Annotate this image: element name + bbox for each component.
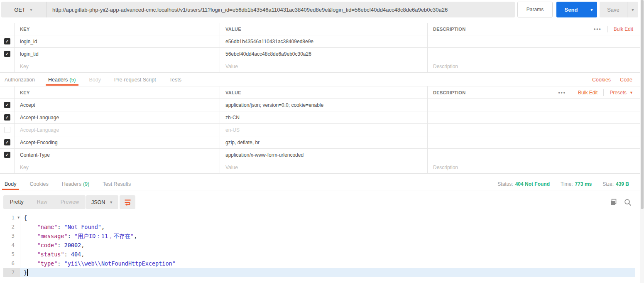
view-mode-raw[interactable]: Raw [30, 195, 54, 209]
response-tool-icons [610, 195, 632, 209]
description-field[interactable] [428, 99, 644, 111]
time-label: Time: [561, 181, 573, 187]
tab-headers[interactable]: Headers(5) [47, 74, 77, 86]
bulk-edit-link[interactable]: Bulk Edit [572, 90, 603, 96]
request-bar: GET ▼ http://api.gitlab-php-yii2-app-adv… [0, 0, 644, 20]
row-checkbox[interactable] [4, 127, 10, 133]
key-field[interactable]: Accept-Language [15, 111, 220, 123]
checkbox-cell: ✓ [0, 48, 15, 60]
kv-placeholder-row: KeyValueDescription [0, 60, 644, 73]
line-number: 4 [3, 241, 20, 250]
checkbox-cell: ✓ [0, 35, 15, 47]
description-field[interactable] [428, 48, 644, 60]
description-label: DESCRIPTION [433, 90, 465, 95]
code-line: 2 "name": "Not Found", [3, 222, 635, 231]
value-field[interactable]: application/x-www-form-urlencoded [220, 149, 428, 161]
kv-row: ✓Content-Typeapplication/x-www-form-urle… [0, 149, 644, 161]
search-icon[interactable] [624, 199, 632, 206]
row-checkbox[interactable]: ✓ [4, 38, 10, 44]
send-button-group: Send ▼ [556, 2, 597, 17]
row-checkbox[interactable]: ✓ [4, 102, 10, 108]
description-field[interactable] [428, 124, 644, 136]
code-token: , [134, 233, 137, 239]
description-field[interactable] [428, 149, 644, 161]
value-column-header: VALUE [220, 23, 428, 35]
url-input[interactable]: http://api.gitlab-php-yii2-app-advanced-… [47, 2, 515, 17]
row-checkbox[interactable]: ✓ [4, 139, 10, 145]
params-button[interactable]: Params [517, 2, 553, 17]
code-link[interactable]: Code [620, 77, 632, 83]
value-field[interactable]: application/json; version=0.0; cookie=en… [220, 99, 428, 111]
key-field[interactable]: Accept [15, 99, 220, 111]
save-button[interactable]: Save [600, 2, 627, 17]
tab-cookies[interactable]: Cookies [29, 178, 50, 190]
line-content: "message": "用户ID：11，不存在", [20, 231, 635, 241]
code-token: 20002 [64, 242, 81, 249]
send-options-caret[interactable]: ▼ [586, 2, 597, 17]
more-options-icon[interactable]: ••• [552, 90, 572, 96]
copy-icon[interactable] [610, 199, 617, 206]
value-field[interactable]: 56ebcf40dd4acc48c8de6a9eb0c30a26 [220, 48, 428, 60]
value-field[interactable]: gzip, deflate, br [220, 136, 428, 148]
fold-toggle-icon[interactable]: ▼ [17, 213, 20, 222]
response-meta: Status: 404 Not Found Time: 773 ms Size:… [497, 178, 644, 190]
format-select[interactable]: JSON ▼ [86, 195, 118, 209]
code-token: "message" [37, 233, 68, 239]
status-label: Status: [497, 181, 513, 187]
more-options-icon[interactable]: ••• [588, 26, 607, 32]
code-token [24, 233, 37, 239]
view-mode-pretty[interactable]: Pretty [3, 195, 30, 209]
key-field[interactable]: login_tid [15, 48, 220, 60]
cookies-link[interactable]: Cookies [592, 77, 611, 83]
tab-headers[interactable]: Headers(9) [61, 178, 91, 190]
method-select[interactable]: GET ▼ [1, 2, 47, 17]
description-field[interactable] [428, 136, 644, 148]
text-cursor [27, 269, 28, 276]
tab-authorization[interactable]: Authorization [3, 74, 36, 86]
bulk-edit-link[interactable]: Bulk Edit [608, 26, 644, 32]
scrollbar-thumb[interactable] [641, 0, 644, 209]
request-tab-links: Cookies Code [592, 74, 644, 86]
save-options-caret[interactable]: ▼ [627, 2, 638, 17]
tab-pre-request-script[interactable]: Pre-request Script [113, 74, 157, 86]
code-token: 404 [71, 251, 81, 258]
key-field[interactable]: login_id [15, 35, 220, 47]
row-checkbox[interactable]: ✓ [4, 152, 10, 158]
value-field[interactable]: en-US [220, 124, 428, 136]
description-field[interactable]: Description [428, 161, 644, 173]
tab-label: Cookies [30, 181, 49, 187]
row-checkbox[interactable]: ✓ [4, 114, 10, 121]
response-body-editor[interactable]: 1▼{2 "name": "Not Found",3 "message": "用… [3, 211, 635, 282]
value-field[interactable]: Value [220, 161, 428, 173]
description-field[interactable] [428, 111, 644, 123]
kv-row: ✓Accept-Encodinggzip, deflate, br [0, 136, 644, 149]
format-label: JSON [91, 199, 105, 205]
tab-body[interactable]: Body [3, 178, 18, 190]
send-button[interactable]: Send [556, 2, 586, 17]
key-field[interactable]: Accept-Encoding [15, 136, 220, 148]
params-table-header: KEY VALUE DESCRIPTION ••• Bulk Edit [0, 23, 644, 35]
page-scrollbar[interactable] [640, 0, 644, 283]
wrap-text-button[interactable] [120, 195, 135, 209]
value-field[interactable]: zh-CN [220, 111, 428, 123]
line-content: "type": "yii\\web\\NotFoundHttpException… [20, 259, 635, 268]
code-token: : [64, 251, 71, 258]
tab-tests[interactable]: Tests [168, 74, 183, 86]
value-field[interactable]: Value [220, 60, 428, 72]
key-field[interactable]: Key [15, 60, 220, 72]
code-token: "type" [37, 260, 58, 267]
key-field[interactable]: Content-Type [15, 149, 220, 161]
kv-row: ✓login_ide56db1b43546a110431ac38409ed8e9… [0, 35, 644, 48]
row-checkbox[interactable]: ✓ [4, 51, 10, 57]
description-field[interactable] [428, 35, 644, 47]
view-mode-preview[interactable]: Preview [54, 195, 86, 209]
key-field[interactable]: Accept-Language [15, 124, 220, 136]
presets-dropdown[interactable]: Presets ▼ [604, 90, 644, 96]
value-field[interactable]: e56db1b43546a110431ac38409ed8e9e [220, 35, 428, 47]
description-field[interactable]: Description [428, 60, 644, 72]
key-field[interactable]: Key [15, 161, 220, 173]
tab-test-results[interactable]: Test Results [101, 178, 132, 190]
code-line: 3 "message": "用户ID：11，不存在", [3, 231, 635, 241]
code-token: "code" [37, 242, 58, 249]
tab-body[interactable]: Body [88, 74, 103, 86]
